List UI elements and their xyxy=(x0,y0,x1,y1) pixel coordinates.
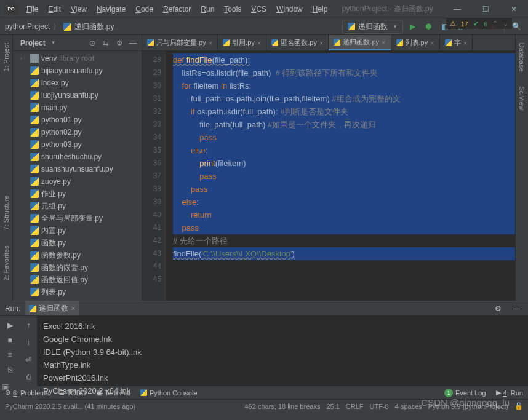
tree-item[interactable]: main.py xyxy=(13,101,142,114)
locate-icon[interactable]: ⊙ xyxy=(87,38,97,48)
chevron-down-icon[interactable]: ⌄ xyxy=(503,20,508,28)
maximize-button[interactable]: ☐ xyxy=(471,0,500,18)
close-icon[interactable]: × xyxy=(209,39,212,47)
menu-view[interactable]: View xyxy=(66,3,91,15)
menu-refactor[interactable]: Refactor xyxy=(159,3,195,15)
tree-item[interactable]: 函数.py xyxy=(13,237,142,249)
menu-help[interactable]: Help xyxy=(308,3,332,15)
close-icon[interactable]: × xyxy=(430,39,434,47)
close-icon[interactable]: × xyxy=(463,39,467,47)
chevron-up-icon[interactable]: ⌃ xyxy=(492,20,498,28)
ok-count: 6 xyxy=(484,20,487,28)
tree-item[interactable]: 函数返回值.py xyxy=(13,274,142,286)
line-separator[interactable]: CRLF xyxy=(346,403,364,410)
menu-vcs[interactable]: VCS xyxy=(247,3,271,15)
editor-tab[interactable]: 列表.py× xyxy=(391,35,440,50)
indent-info[interactable]: 4 spaces xyxy=(395,403,422,410)
code-area[interactable]: def findFile(file_path): listRs=os.listd… xyxy=(166,51,515,301)
soft-wrap-icon[interactable]: ⏎ xyxy=(22,353,35,367)
menu-navigate[interactable]: Navigate xyxy=(92,3,130,15)
editor-tab[interactable]: 引用.py× xyxy=(218,35,266,50)
hide-icon[interactable]: — xyxy=(510,302,523,315)
sciview-tool-tab[interactable]: SciView xyxy=(518,87,526,111)
lock-icon[interactable]: 🔓 xyxy=(514,402,523,410)
terminal-tab[interactable]: ▣ Terminal xyxy=(96,389,130,397)
favorites-tool-tab[interactable]: 2: Favorites xyxy=(2,245,10,280)
pin-icon[interactable]: ⎘ xyxy=(3,363,17,376)
editor-body[interactable]: 282930313233343536373839404142434445 def… xyxy=(142,51,515,301)
problems-tab[interactable]: ⊘ 6: Problems xyxy=(5,389,49,397)
breadcrumb: pythonProject 〉 递归函数.py xyxy=(5,22,114,32)
tree-item[interactable]: zuoye.py xyxy=(13,175,142,188)
tree-item[interactable]: python03.py xyxy=(13,138,142,151)
tree-item[interactable]: python02.py xyxy=(13,126,142,138)
breadcrumb-file[interactable]: 递归函数.py xyxy=(74,22,114,32)
menu-code[interactable]: Code xyxy=(131,3,158,15)
breadcrumb-root[interactable]: pythonProject xyxy=(5,22,50,31)
stop-button[interactable]: ■ xyxy=(3,333,17,347)
run-button[interactable]: ▶ xyxy=(406,20,419,33)
tree-item[interactable]: 列表.py xyxy=(13,286,142,298)
run-tab[interactable]: 递归函数 × xyxy=(25,301,79,315)
tree-item[interactable]: 元组.py xyxy=(13,200,142,212)
chevron-down-icon[interactable]: ▼ xyxy=(51,40,56,46)
tree-item[interactable]: 全局与局部变量.py xyxy=(13,212,142,224)
expand-all-icon[interactable]: ⇆ xyxy=(101,38,111,48)
tree-item[interactable]: luojiyunsuanfu.py xyxy=(13,89,142,101)
run-config-selector[interactable]: 递归函数 ▼ xyxy=(342,20,403,34)
run-config-label: 递归函数 xyxy=(358,22,388,32)
close-icon[interactable]: × xyxy=(319,39,323,47)
up-icon[interactable]: ↑ xyxy=(22,319,35,332)
file-encoding[interactable]: UTF-8 xyxy=(370,403,389,410)
database-tool-tab[interactable]: Database xyxy=(518,42,526,71)
editor-inspection-widget[interactable]: ⚠ 17 ✔ 6 ⌃ ⌄ xyxy=(446,18,512,29)
minimize-button[interactable]: — xyxy=(443,0,471,18)
tree-item[interactable]: 作业.py xyxy=(13,188,142,200)
todo-tab[interactable]: ≣ TODO xyxy=(59,389,87,397)
project-tool-tab[interactable]: 1: Project xyxy=(2,43,10,71)
close-icon[interactable]: × xyxy=(257,39,261,47)
selection-info: 462 chars, 18 line breaks xyxy=(244,403,320,410)
tree-item[interactable]: python01.py xyxy=(13,114,142,126)
python-console-tab[interactable]: Python Console xyxy=(140,389,198,397)
editor-tab[interactable]: 递归函数.py× xyxy=(329,35,391,50)
layout-icon[interactable]: ≡ xyxy=(3,348,17,362)
close-icon[interactable]: × xyxy=(71,304,75,313)
main-menu: FileEditViewNavigateCodeRefactorRunTools… xyxy=(22,3,332,15)
down-icon[interactable]: ↓ xyxy=(22,336,35,349)
tree-item[interactable]: bijiaoyunsuanfu.py xyxy=(13,65,142,77)
update-notice[interactable]: PyCharm 2020.2.5 avail... (41 minutes ag… xyxy=(5,403,135,410)
hide-icon[interactable]: — xyxy=(128,38,138,48)
tool-windows-icon[interactable]: ▣ xyxy=(2,382,11,392)
project-panel-title[interactable]: Project xyxy=(20,39,46,47)
caret-position[interactable]: 25:1 xyxy=(326,403,339,410)
tree-item[interactable]: index.py xyxy=(13,77,142,89)
editor-tab[interactable]: 局与局部变量.py× xyxy=(142,35,218,50)
print-icon[interactable]: ⎙ xyxy=(22,370,35,384)
tree-item[interactable]: 函数的嵌套.py xyxy=(13,261,142,274)
menu-window[interactable]: Window xyxy=(272,3,307,15)
tree-item[interactable]: 内置.py xyxy=(13,224,142,237)
settings-gear-icon[interactable]: ⚙ xyxy=(114,38,124,48)
editor-tab[interactable]: 字× xyxy=(440,35,473,50)
tree-item[interactable]: shuruheshuchu.py xyxy=(13,151,142,163)
debug-button[interactable]: ⬢ xyxy=(422,20,435,33)
rerun-button[interactable]: ▶ xyxy=(3,319,17,332)
settings-gear-icon[interactable]: ⚙ xyxy=(491,302,505,315)
tree-item[interactable]: suanshuyunsuanfu.py xyxy=(13,163,142,175)
menu-tools[interactable]: Tools xyxy=(220,3,246,15)
menu-run[interactable]: Run xyxy=(196,3,218,15)
event-log-tab[interactable]: 1 Event Log xyxy=(444,389,486,397)
tree-item[interactable]: ›venv library root xyxy=(13,52,142,65)
project-tree[interactable]: ›venv library rootbijiaoyunsuanfu.pyinde… xyxy=(13,51,142,301)
close-button[interactable]: ✕ xyxy=(500,0,528,18)
close-icon[interactable]: × xyxy=(382,39,385,46)
structure-tool-tab[interactable]: 7: Structure xyxy=(2,196,10,231)
tree-item[interactable]: 函数参数.py xyxy=(13,249,142,261)
menu-file[interactable]: File xyxy=(22,3,42,15)
run-tab-bottom[interactable]: ▶ 4: Run xyxy=(496,389,523,397)
menu-edit[interactable]: Edit xyxy=(44,3,65,15)
chevron-down-icon: ▼ xyxy=(393,24,398,30)
interpreter-info[interactable]: Python 3.9 (pythonProject) xyxy=(428,403,508,410)
editor-tab[interactable]: 匿名函数.py× xyxy=(266,35,329,50)
